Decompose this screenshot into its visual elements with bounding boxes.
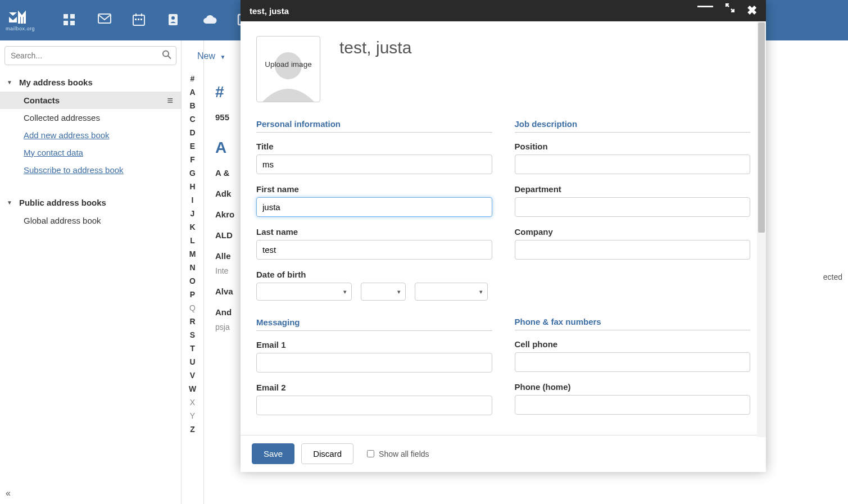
alpha-letter[interactable]: X <box>182 396 203 409</box>
company-input[interactable] <box>515 240 751 260</box>
alpha-letter[interactable]: S <box>182 328 203 342</box>
alpha-letter[interactable]: R <box>182 315 203 328</box>
alpha-letter[interactable]: M <box>182 247 203 261</box>
search-icon[interactable] <box>162 50 172 62</box>
caret-down-icon: ▼ <box>7 199 12 206</box>
alpha-letter[interactable]: K <box>182 220 203 234</box>
show-all-checkbox[interactable] <box>367 450 374 457</box>
alpha-letter[interactable]: O <box>182 274 203 288</box>
contact-display-name: test, justa <box>339 38 411 57</box>
title-input[interactable] <box>256 155 492 174</box>
alpha-letter[interactable]: F <box>182 153 203 166</box>
avatar-upload[interactable]: Upload image <box>256 36 320 102</box>
position-input[interactable] <box>515 155 751 174</box>
alpha-letter[interactable]: B <box>182 99 203 112</box>
caret-down-icon: ▼ <box>7 79 12 85</box>
selection-status-text: ected <box>823 273 842 281</box>
svg-rect-4 <box>98 14 111 23</box>
alpha-letter[interactable]: L <box>182 234 203 247</box>
last-name-input[interactable] <box>256 240 492 260</box>
section-phone: Phone & fax numbers <box>515 317 751 330</box>
section-messaging: Messaging <box>256 317 492 331</box>
email2-input[interactable] <box>256 396 492 415</box>
alpha-letter[interactable]: A <box>182 85 203 99</box>
search-input[interactable] <box>4 46 176 65</box>
dob-day-select[interactable] <box>361 283 406 301</box>
first-name-input[interactable] <box>256 197 492 217</box>
left-sidebar: ▼ My address books Contacts Collected ad… <box>0 40 182 504</box>
svg-rect-1 <box>70 14 75 19</box>
mail-icon[interactable] <box>98 13 111 27</box>
contacts-icon[interactable] <box>167 13 181 27</box>
svg-rect-3 <box>70 21 75 25</box>
svg-point-12 <box>171 16 175 20</box>
edit-contact-dialog: test, justa — ✖ Upload image test, justa… <box>241 0 766 472</box>
alpha-letter[interactable]: # <box>182 72 203 85</box>
svg-line-17 <box>168 56 171 59</box>
svg-rect-6 <box>135 13 137 16</box>
email1-input[interactable] <box>256 353 492 373</box>
dob-year-select[interactable] <box>415 283 488 301</box>
department-input[interactable] <box>515 197 751 217</box>
svg-rect-10 <box>140 19 142 20</box>
alpha-letter[interactable]: T <box>182 342 203 355</box>
sidebar-item-collected[interactable]: Collected addresses <box>0 109 181 126</box>
alpha-letter[interactable]: I <box>182 193 203 207</box>
link-subscribe[interactable]: Subscribe to address book <box>0 161 181 179</box>
cloud-icon[interactable] <box>202 13 216 27</box>
alpha-letter[interactable]: E <box>182 139 203 153</box>
alpha-letter[interactable]: J <box>182 207 203 220</box>
alpha-letter[interactable]: U <box>182 355 203 369</box>
calendar-icon[interactable] <box>133 13 146 27</box>
svg-point-16 <box>163 51 169 57</box>
caret-down-icon: ▼ <box>220 54 225 60</box>
new-button[interactable]: New ▼ <box>197 51 225 61</box>
dob-month-select[interactable] <box>256 283 352 301</box>
alpha-index: #ABCDEFGHIJKLMNOPQRSTUVWXYZ <box>182 40 204 504</box>
svg-rect-2 <box>64 21 68 25</box>
sidebar-section-public-books[interactable]: ▼ Public address books <box>0 193 181 212</box>
collapse-sidebar-icon[interactable]: « <box>6 488 11 498</box>
svg-rect-7 <box>141 13 142 16</box>
link-add-address-book[interactable]: Add new address book <box>0 126 181 144</box>
alpha-letter[interactable]: D <box>182 126 203 139</box>
discard-button[interactable]: Discard <box>301 443 353 464</box>
link-my-contact-data[interactable]: My contact data <box>0 144 181 161</box>
alpha-letter[interactable]: C <box>182 112 203 126</box>
alpha-letter[interactable]: H <box>182 180 203 193</box>
show-all-fields-toggle[interactable]: Show all fields <box>367 449 429 458</box>
minimize-icon[interactable]: — <box>697 3 713 18</box>
alpha-letter[interactable]: W <box>182 382 203 396</box>
section-job: Job description <box>515 119 751 133</box>
alpha-letter[interactable]: P <box>182 288 203 301</box>
maximize-icon[interactable] <box>725 3 734 18</box>
home-phone-input[interactable] <box>515 395 751 415</box>
close-icon[interactable]: ✖ <box>747 3 757 18</box>
svg-rect-9 <box>138 19 139 20</box>
alpha-letter[interactable]: V <box>182 369 203 382</box>
alpha-letter[interactable]: Z <box>182 423 203 436</box>
sidebar-item-global[interactable]: Global address book <box>0 212 181 229</box>
alpha-letter[interactable]: N <box>182 261 203 274</box>
cell-phone-input[interactable] <box>515 352 751 372</box>
brand-logo[interactable]: mailbox.org <box>6 9 35 31</box>
alpha-letter[interactable]: Q <box>182 301 203 315</box>
sidebar-section-my-books[interactable]: ▼ My address books <box>0 73 181 92</box>
svg-rect-0 <box>64 14 68 19</box>
save-button[interactable]: Save <box>252 443 294 464</box>
alpha-letter[interactable]: G <box>182 166 203 180</box>
apps-icon[interactable] <box>63 13 76 27</box>
svg-rect-8 <box>135 19 137 20</box>
alpha-letter[interactable]: Y <box>182 409 203 423</box>
dialog-title: test, justa <box>250 6 289 16</box>
sidebar-item-contacts[interactable]: Contacts <box>0 92 181 109</box>
section-personal: Personal information <box>256 119 492 133</box>
